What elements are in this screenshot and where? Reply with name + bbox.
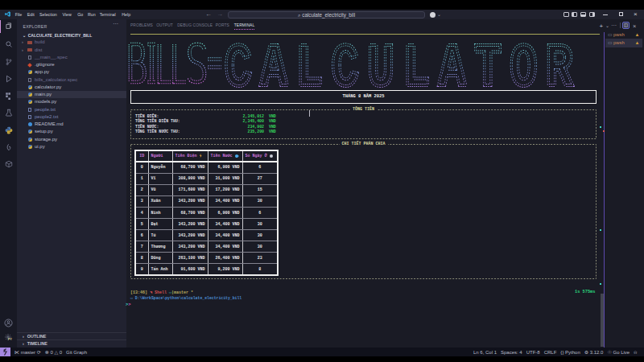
svg-text:CALCULATOR: CALCULATOR [225, 40, 573, 88]
